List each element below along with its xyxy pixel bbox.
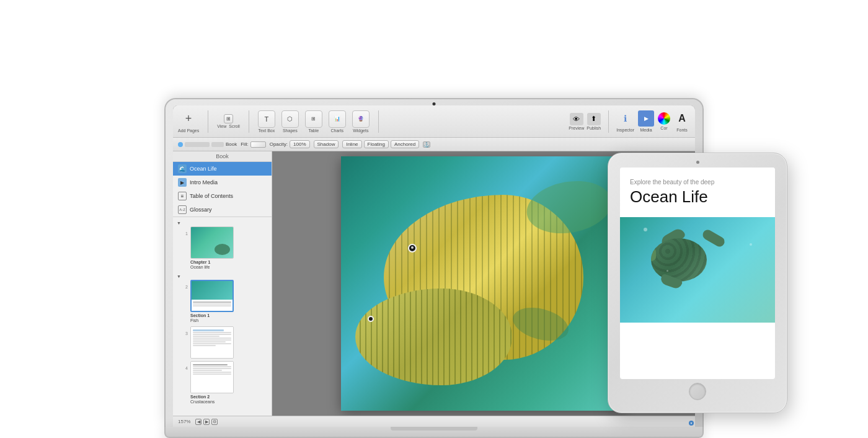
opacity-value[interactable]: 100% [290,140,309,148]
inspector-icon: ℹ [618,110,634,127]
sidebar-item-ocean-life[interactable]: 🌊 Ocean Life [173,162,272,176]
glossary-icon: A-Z [178,205,187,214]
tl-1 [193,332,231,333]
toolbar-right: 👁 Preview ⬆ Publish [569,110,690,133]
thumb-caption-1: Chapter 1 Ocean life [190,260,234,270]
thumb-section-2 [192,281,232,311]
colors-button[interactable]: Cor [658,112,670,130]
thumb-chapter-2: Section 1 [190,313,234,318]
textbox-label: Text Box [258,128,275,133]
bottom-fish-stripes [355,288,512,385]
group-arrow-1: ▼ [177,221,181,225]
nav-settings[interactable]: ⚙ [211,419,218,425]
media-button[interactable]: ▶ Media [638,110,654,132]
window-button-blue[interactable] [178,142,183,147]
add-pages-button[interactable]: + Add Pages [178,110,199,133]
thumb-chapter-1: Chapter 1 [190,260,234,265]
bubble-2 [750,243,752,246]
charts-button[interactable]: 📊 Charts [329,110,346,133]
page-thumb-4[interactable]: Section 2 Crustaceans [190,361,234,405]
ipad-subtitle: Explore the beauty of the deep [630,179,765,185]
bubble-3 [666,270,668,272]
bottom-fish [355,288,512,385]
shapes-label: Shapes [283,128,298,133]
sidebar-item-intro-media[interactable]: ▶ Intro Media [173,176,272,189]
view-icon: ⊞ [224,114,233,123]
thumb-line-3 [193,305,231,306]
shadow-button[interactable]: Shadow [314,140,339,148]
toolbar-sep-4 [608,110,609,133]
sidebar-item-glossary[interactable]: A-Z Glossary [173,203,272,217]
format-input[interactable] [211,142,224,147]
publish-icon: ⬆ [587,113,601,125]
sidebar-pages[interactable]: ▼ 1 [173,217,272,416]
publish-button[interactable]: ⬆ Publish [587,113,601,130]
ipad-body: Explore the beauty of the deep Ocean Lif… [608,153,787,413]
page-thumb-inner-2 [190,280,234,312]
group-arrow-2: ▼ [177,274,181,279]
fonts-button[interactable]: A Fonts [674,110,690,132]
widgets-button[interactable]: 🔮 Widgets [352,110,370,133]
toolbar-sep-1 [208,110,208,133]
inspector-button[interactable]: ℹ Inspector [616,110,634,132]
tl-4-2 [193,368,231,369]
fill-controls: Fill: [241,141,265,148]
ipad-home-button[interactable] [689,383,706,400]
shapes-icon: ⬡ [281,110,299,128]
textbox-button[interactable]: T Text Box [258,110,275,133]
fill-color-swatch[interactable] [250,141,266,148]
floating-button[interactable]: Floating [364,140,389,148]
charts-icon: 📊 [329,110,346,128]
page-group-header-2[interactable]: ▼ [175,273,269,280]
add-pages-label: Add Pages [178,128,199,133]
bottom-fish-eye [368,316,374,322]
anchored-button[interactable]: Anchored [391,140,419,148]
toc-icon: ≡ [178,192,187,200]
page-thumb-1[interactable]: Chapter 1 Ocean life [190,226,234,270]
fill-label: Fill: [241,141,248,147]
preview-button[interactable]: 👁 Preview [569,113,584,130]
anchor-icon: ⚓ [423,141,430,148]
tl-2 [193,334,231,335]
inline-button[interactable]: Inline [342,140,361,148]
sidebar-book-label: Book [173,151,272,162]
ocean-life-icon: 🌊 [178,164,187,173]
thumb-turtle [215,244,230,255]
macbook-notch [391,427,477,431]
zoom-level: 157% [178,419,190,424]
shapes-button[interactable]: ⬡ Shapes [281,110,299,133]
page-thumb-inner-4 [190,361,234,393]
thumb-chapter-4: Section 2 [190,395,234,400]
tl-4-1 [193,366,231,367]
table-button[interactable]: ⊞ Table [305,110,322,133]
page-num-1: 1 [182,226,188,270]
widgets-icon: 🔮 [352,110,370,128]
format-slider[interactable] [185,142,210,147]
page-thumb-2[interactable]: ▼ Section 1 Fish [190,280,234,324]
media-icon: ▶ [638,110,654,127]
page-group-header-1[interactable]: ▼ [175,220,269,226]
nav-next[interactable]: ▶ [203,419,210,425]
textbox-icon: T [258,110,275,128]
status-bar: 157% ◀ ▶ ⚙ [173,416,695,427]
colors-icon [658,112,670,125]
status-nav: ◀ ▶ ⚙ [195,419,218,425]
ocean-life-label: Ocean Life [190,166,217,172]
table-label: Table [308,128,319,133]
page-thumb-wrapper-3: 3 [175,326,269,359]
ipad-turtle [651,238,732,294]
scroll-label: Scroll [229,124,240,128]
intro-media-icon: ▶ [178,178,187,187]
sidebar-item-toc[interactable]: ≡ Table of Contents [173,189,272,203]
fish-eye [408,244,417,253]
glossary-label: Glossary [190,207,212,213]
thumb-heading-3 [193,329,224,331]
opacity-controls: Opacity: 100% [270,140,310,148]
tl-4 [193,337,231,339]
view-button[interactable]: ⊞ View Scroll [217,114,240,128]
nav-prev[interactable]: ◀ [195,419,202,425]
turtle-body [651,238,707,282]
book-label: Book [226,141,237,147]
table-icon: ⊞ [305,110,322,128]
page-thumb-3[interactable] [190,326,234,359]
